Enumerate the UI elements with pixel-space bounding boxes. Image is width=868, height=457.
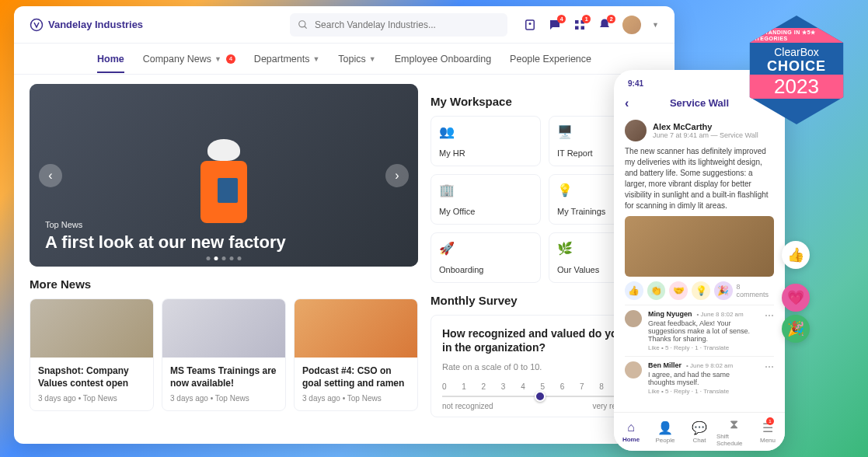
- comment-time: • June 8 8:02 am: [697, 311, 744, 318]
- avatar[interactable]: [625, 120, 647, 141]
- hero-carousel[interactable]: ‹ › Top News A first look at our new fac…: [30, 84, 418, 267]
- bell-badge: 2: [607, 15, 615, 23]
- chat-badge: 4: [557, 15, 566, 23]
- news-thumbnail: [30, 299, 153, 358]
- award-year: 2023: [742, 75, 851, 99]
- comment-author: Ben Miller: [648, 361, 682, 369]
- reaction-idea[interactable]: 💡: [692, 281, 710, 300]
- nav-onboarding[interactable]: Employee Onboarding: [395, 54, 491, 65]
- avatar[interactable]: [625, 361, 642, 379]
- logo-icon: [30, 18, 44, 32]
- news-card[interactable]: Snapshot: Company Values contest open 3 …: [30, 298, 154, 411]
- top-bar: Vandelay Industries 4 1 2 ▼: [14, 6, 675, 44]
- apps-icon[interactable]: 1: [573, 18, 587, 32]
- more-news-heading: More News: [30, 277, 418, 291]
- reaction-clap[interactable]: 👏: [647, 281, 666, 300]
- hero-tag: Top News: [45, 220, 286, 229]
- carousel-dots: [207, 256, 242, 260]
- intranet-window: Vandelay Industries 4 1 2 ▼ Home Company…: [14, 6, 675, 444]
- comments-count[interactable]: 8 comments: [737, 283, 774, 298]
- pnav-chat[interactable]: 💬Chat: [682, 413, 716, 451]
- svg-point-4: [529, 23, 532, 25]
- more-icon[interactable]: ⋯: [765, 361, 774, 395]
- building-icon: 🏢: [439, 183, 532, 197]
- nav-people-experience[interactable]: People Experience: [510, 54, 591, 65]
- clock-icon: ⧗: [730, 417, 738, 431]
- content-area: ‹ › Top News A first look at our new fac…: [14, 75, 675, 427]
- comment: Ben Miller• June 9 8:02 am I agree, and …: [625, 356, 774, 399]
- chat-icon: 💬: [692, 420, 707, 435]
- award-ribbon: OUTSTANDING IN ★5★ CATEGORIES: [742, 28, 851, 43]
- post-body: The new scanner has definitely improved …: [625, 146, 774, 211]
- news-title: Snapshot: Company Values contest open: [38, 365, 145, 389]
- hero-caption: Top News A first look at our new factory: [45, 220, 286, 253]
- comment: Ming Nyugen• June 8 8:02 am Great feedba…: [625, 305, 774, 356]
- top-icons: 4 1 2 ▼: [523, 16, 659, 34]
- dot[interactable]: [222, 256, 226, 260]
- float-confetti-icon[interactable]: 🎉: [782, 315, 810, 343]
- comment-text: I agree, and had the same thoughts mysel…: [648, 371, 758, 386]
- menu-badge: 1: [766, 417, 774, 425]
- pnav-people[interactable]: 👤People: [648, 413, 682, 451]
- people-icon: 👤: [657, 420, 673, 435]
- chevron-down-icon: ▼: [312, 55, 319, 63]
- nav-departments[interactable]: Departments ▼: [254, 54, 319, 65]
- post-image[interactable]: [625, 216, 774, 277]
- comment-actions[interactable]: Like • 5 · Reply · 1 · Translate: [648, 344, 758, 351]
- slider-thumb[interactable]: [535, 391, 546, 402]
- news-meta: 3 days ago • Top News: [38, 394, 145, 403]
- award-badge: OUTSTANDING IN ★5★ CATEGORIES ClearBox C…: [734, 16, 859, 140]
- search-input[interactable]: [315, 19, 500, 30]
- dot[interactable]: [230, 256, 234, 260]
- brand-logo[interactable]: Vandelay Industries: [30, 18, 143, 32]
- dot[interactable]: [238, 256, 242, 260]
- user-avatar[interactable]: [622, 16, 641, 34]
- svg-point-0: [31, 19, 43, 30]
- more-icon[interactable]: ⋯: [765, 310, 774, 351]
- chat-icon[interactable]: 4: [548, 18, 562, 32]
- reactions-bar: 👍 👏 🤝 💡 🎉 8 comments: [625, 281, 774, 300]
- directory-icon[interactable]: [523, 18, 537, 32]
- reaction-celebrate[interactable]: 🎉: [714, 281, 733, 300]
- reaction-like[interactable]: 👍: [625, 281, 643, 300]
- award-brand: ClearBox: [774, 46, 819, 58]
- phone-bottom-nav: ⌂Home 👤People 💬Chat ⧗Shift Schedule ☰Men…: [614, 412, 785, 451]
- reaction-heart[interactable]: 🤝: [669, 281, 688, 300]
- primary-nav: Home Company News ▼4 Departments ▼ Topic…: [14, 44, 675, 75]
- nav-topics[interactable]: Topics ▼: [338, 54, 375, 65]
- search-icon: [298, 19, 309, 30]
- feed-post: Alex McCarthy June 7 at 9:41 am — Servic…: [622, 115, 777, 404]
- bell-icon[interactable]: 2: [598, 18, 612, 32]
- news-badge: 4: [226, 54, 235, 64]
- workspace-tile-office[interactable]: 🏢My Office: [431, 174, 541, 225]
- nav-company-news[interactable]: Company News ▼4: [143, 54, 235, 65]
- pnav-shift[interactable]: ⧗Shift Schedule: [716, 413, 751, 451]
- award-hexagon: OUTSTANDING IN ★5★ CATEGORIES ClearBox C…: [742, 16, 851, 124]
- comment-text: Great feedback, Alex! Your suggestions m…: [648, 319, 758, 343]
- carousel-prev-button[interactable]: ‹: [39, 164, 62, 187]
- news-meta: 3 days ago • Top News: [170, 394, 277, 403]
- news-card[interactable]: MS Teams Trainings are now available! 3 …: [162, 298, 286, 411]
- pnav-home[interactable]: ⌂Home: [614, 413, 648, 451]
- pnav-menu[interactable]: ☰Menu1: [751, 413, 785, 451]
- dot[interactable]: [214, 256, 218, 260]
- float-heart-icon[interactable]: 💗: [782, 284, 810, 312]
- dot[interactable]: [207, 256, 211, 260]
- brand-name: Vandelay Industries: [48, 19, 143, 30]
- avatar[interactable]: [625, 310, 642, 327]
- comment-actions[interactable]: Like • 5 · Reply · 1 · Translate: [648, 388, 758, 395]
- nav-home[interactable]: Home: [97, 54, 124, 65]
- workspace-tile-onboarding[interactable]: 🚀Onboarding: [431, 232, 541, 283]
- rocket-icon: 🚀: [439, 241, 532, 256]
- phone-title: Service Wall: [670, 97, 729, 109]
- people-icon: 👥: [439, 124, 532, 139]
- news-card[interactable]: Podcast #4: CSO on goal setting and rame…: [294, 298, 418, 411]
- chevron-down-icon: ▼: [214, 55, 221, 63]
- home-icon: ⌂: [627, 420, 635, 434]
- float-thumbs-up-icon[interactable]: 👍: [782, 241, 810, 269]
- back-button[interactable]: ‹: [625, 96, 629, 110]
- comment-time: • June 9 8:02 am: [686, 362, 733, 369]
- workspace-tile-hr[interactable]: 👥My HR: [431, 116, 541, 166]
- search-box[interactable]: [290, 13, 507, 37]
- carousel-next-button[interactable]: ›: [385, 164, 409, 187]
